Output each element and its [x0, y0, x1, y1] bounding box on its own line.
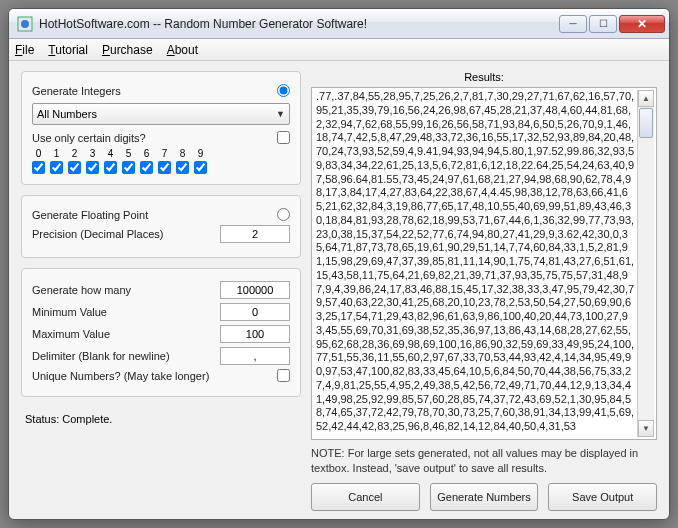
- digit-label: 6: [144, 148, 150, 159]
- results-note: NOTE: For large sets generated, not all …: [311, 446, 657, 475]
- floating-radio[interactable]: [277, 208, 290, 221]
- unique-checkbox[interactable]: [277, 369, 290, 382]
- digit-label: 4: [108, 148, 114, 159]
- digit-label: 5: [126, 148, 132, 159]
- digit-3-checkbox[interactable]: [86, 161, 99, 174]
- button-row: Cancel Generate Numbers Save Output: [311, 483, 657, 511]
- results-content: .77,.37,84,55,28,95,7,25,26,2,7,81,7,30,…: [316, 90, 637, 437]
- close-button[interactable]: ✕: [619, 15, 665, 33]
- app-window: HotHotSoftware.com -- Random Number Gene…: [8, 8, 670, 520]
- number-type-combo[interactable]: All Numbers ▼: [32, 103, 290, 125]
- digit-label: 1: [54, 148, 60, 159]
- status-text: Status: Complete.: [21, 413, 301, 425]
- digits-row: 0 1 2 3 4 5 6 7 8 9: [32, 148, 290, 174]
- unique-label: Unique Numbers? (May take longer): [32, 370, 209, 382]
- results-scrollbar[interactable]: ▲ ▼: [637, 90, 654, 437]
- max-label: Maximum Value: [32, 328, 110, 340]
- digit-9-checkbox[interactable]: [194, 161, 207, 174]
- menu-about[interactable]: About: [167, 43, 198, 57]
- params-panel: Generate how many Minimum Value Maximum …: [21, 268, 301, 397]
- menu-file[interactable]: File: [15, 43, 34, 57]
- titlebar: HotHotSoftware.com -- Random Number Gene…: [9, 9, 669, 39]
- digit-2-checkbox[interactable]: [68, 161, 81, 174]
- digit-0-checkbox[interactable]: [32, 161, 45, 174]
- integers-panel: Generate Integers All Numbers ▼ Use only…: [21, 71, 301, 185]
- minimize-button[interactable]: ─: [559, 15, 587, 33]
- floating-panel: Generate Floating Point Precision (Decim…: [21, 195, 301, 258]
- max-input[interactable]: [220, 325, 290, 343]
- combo-value: All Numbers: [37, 108, 97, 120]
- chevron-down-icon: ▼: [276, 109, 285, 119]
- cancel-button[interactable]: Cancel: [311, 483, 420, 511]
- digit-5-checkbox[interactable]: [122, 161, 135, 174]
- app-icon: [17, 16, 33, 32]
- menu-tutorial[interactable]: Tutorial: [48, 43, 88, 57]
- digit-4-checkbox[interactable]: [104, 161, 117, 174]
- digit-label: 3: [90, 148, 96, 159]
- right-column: Results: .77,.37,84,55,28,95,7,25,26,2,7…: [311, 71, 657, 511]
- digit-label: 9: [198, 148, 204, 159]
- min-label: Minimum Value: [32, 306, 107, 318]
- precision-input[interactable]: [220, 225, 290, 243]
- integers-heading: Generate Integers: [32, 85, 121, 97]
- digit-1-checkbox[interactable]: [50, 161, 63, 174]
- how-many-input[interactable]: [220, 281, 290, 299]
- delimiter-input[interactable]: [220, 347, 290, 365]
- delimiter-label: Delimiter (Blank for newline): [32, 350, 170, 362]
- digit-7-checkbox[interactable]: [158, 161, 171, 174]
- menu-purchase[interactable]: Purchase: [102, 43, 153, 57]
- scroll-up-icon[interactable]: ▲: [638, 90, 654, 107]
- scroll-down-icon[interactable]: ▼: [638, 420, 654, 437]
- generate-button[interactable]: Generate Numbers: [430, 483, 539, 511]
- scroll-thumb[interactable]: [639, 108, 653, 138]
- save-button[interactable]: Save Output: [548, 483, 657, 511]
- results-textbox[interactable]: .77,.37,84,55,28,95,7,25,26,2,7,81,7,30,…: [311, 87, 657, 440]
- floating-heading: Generate Floating Point: [32, 209, 148, 221]
- integers-radio[interactable]: [277, 84, 290, 97]
- svg-point-1: [21, 20, 29, 28]
- maximize-button[interactable]: ☐: [589, 15, 617, 33]
- digit-label: 7: [162, 148, 168, 159]
- window-buttons: ─ ☐ ✕: [559, 15, 665, 33]
- precision-label: Precision (Decimal Places): [32, 228, 163, 240]
- results-heading: Results:: [311, 71, 657, 83]
- menubar: File Tutorial Purchase About: [9, 39, 669, 61]
- how-many-label: Generate how many: [32, 284, 131, 296]
- digit-label: 0: [36, 148, 42, 159]
- use-digits-label: Use only certain digits?: [32, 132, 146, 144]
- digit-8-checkbox[interactable]: [176, 161, 189, 174]
- window-title: HotHotSoftware.com -- Random Number Gene…: [39, 17, 559, 31]
- digit-6-checkbox[interactable]: [140, 161, 153, 174]
- left-column: Generate Integers All Numbers ▼ Use only…: [21, 71, 301, 511]
- digit-label: 8: [180, 148, 186, 159]
- use-digits-checkbox[interactable]: [277, 131, 290, 144]
- digit-label: 2: [72, 148, 78, 159]
- content: Generate Integers All Numbers ▼ Use only…: [9, 61, 669, 519]
- min-input[interactable]: [220, 303, 290, 321]
